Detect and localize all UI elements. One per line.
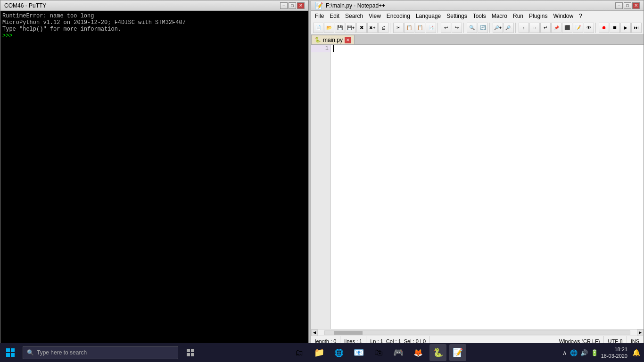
line-numbers: 1: [311, 45, 331, 329]
toolbar-stoprecord-button[interactable]: ⏹: [610, 23, 620, 33]
toolbar-zoomout-button[interactable]: 🔎-: [504, 23, 514, 33]
notification-center-icon[interactable]: 🔔: [632, 349, 640, 356]
tray-network-icon[interactable]: 🌐: [570, 349, 578, 356]
svg-rect-2: [187, 353, 190, 356]
toolbar-separator-2: [438, 23, 439, 33]
terminal-cursor: [16, 33, 17, 39]
svg-rect-3: [191, 353, 194, 356]
svg-rect-0: [187, 349, 190, 352]
taskbar-notepad-icon[interactable]: 📝: [449, 344, 466, 361]
putty-window: COM46 - PuTTY – □ ✕ RuntimeError: name t…: [0, 0, 309, 346]
toolbar-focusmode-button[interactable]: 👁: [584, 23, 594, 33]
taskbar-python-icon[interactable]: 🐍: [429, 344, 446, 361]
putty-line-2: MicroPython v1.12 on 2019-12-20; F4DISC …: [2, 19, 306, 26]
toolbar-undo-button[interactable]: ↩: [441, 23, 451, 33]
toolbar-separator-4: [489, 23, 491, 33]
putty-titlebar: COM46 - PuTTY – □ ✕: [0, 0, 308, 11]
putty-maximize-button[interactable]: □: [289, 2, 296, 9]
taskbar-task-view-button[interactable]: [182, 344, 199, 361]
toolbar-new-button[interactable]: 📄: [313, 23, 323, 33]
putty-close-button[interactable]: ✕: [297, 2, 305, 9]
tray-clock[interactable]: 18:21 18-03-2020: [601, 346, 627, 360]
taskbar-mail-icon[interactable]: 📧: [350, 344, 367, 361]
menu-language[interactable]: Language: [413, 12, 444, 20]
putty-minimize-button[interactable]: –: [280, 2, 288, 9]
taskbar-folder-icon[interactable]: 📁: [311, 344, 328, 361]
menu-file[interactable]: File: [312, 12, 327, 20]
menu-settings[interactable]: Settings: [444, 12, 470, 20]
scroll-left-button[interactable]: ◀: [311, 329, 318, 336]
toolbar-postit-button[interactable]: 📝: [573, 23, 583, 33]
taskbar-explorer-icon[interactable]: 🗂: [291, 344, 308, 361]
menu-plugins[interactable]: Plugins: [526, 12, 550, 20]
taskbar-app-icons: 🗂 📁 🌐 📧 🛍 🎮 🦊 🐍 📝: [199, 344, 559, 361]
npp-close-button[interactable]: ✕: [632, 2, 640, 9]
toolbar-replace-button[interactable]: 🔄: [478, 23, 488, 33]
scroll-track-h[interactable]: [324, 330, 630, 335]
toolbar-zoomin-button[interactable]: 🔎+: [493, 23, 503, 33]
toolbar-startrecord-button[interactable]: ⏺: [599, 23, 609, 33]
taskbar: 🔍 Type here to search 🗂 📁 🌐 📧 🛍 🎮 🦊 🐍 📝 …: [0, 343, 644, 362]
npp-minimize-button[interactable]: –: [615, 2, 623, 9]
toolbar-fullscreen-button[interactable]: ⬛: [562, 23, 572, 33]
tab-file-icon: 🐍: [314, 37, 321, 43]
tray-sound-icon[interactable]: 🔊: [580, 349, 588, 356]
npp-maximize-button[interactable]: □: [624, 2, 631, 9]
toolbar-alwaysontop-button[interactable]: 📌: [551, 23, 561, 33]
menu-help[interactable]: ?: [576, 12, 585, 20]
toolbar-playback-button[interactable]: ▶: [620, 23, 631, 33]
tray-up-arrow-icon[interactable]: ∧: [562, 349, 567, 356]
toolbar-copy-button[interactable]: 📋: [404, 23, 414, 33]
scroll-right-button[interactable]: ▶: [637, 329, 644, 336]
taskbar-search-placeholder: Type here to search: [37, 349, 87, 356]
toolbar-copy-noformat-button[interactable]: 📑: [426, 23, 436, 33]
npp-tabs: 🐍 main.py ✕: [311, 34, 644, 45]
toolbar-open-button[interactable]: 📂: [324, 23, 334, 33]
editor-cursor: [333, 45, 334, 52]
toolbar-paste-button[interactable]: 📋: [415, 23, 425, 33]
taskbar-store-icon[interactable]: 🛍: [370, 344, 387, 361]
toolbar-synchscrollv-button[interactable]: ↕: [519, 23, 529, 33]
menu-edit[interactable]: Edit: [327, 12, 342, 20]
menu-run[interactable]: Run: [510, 12, 526, 20]
toolbar-saveall-button[interactable]: 💾+: [346, 23, 356, 33]
taskbar-firefox-icon[interactable]: 🦊: [410, 344, 427, 361]
system-tray: ∧ 🌐 🔊 🔋 18:21 18-03-2020 🔔: [559, 346, 644, 360]
menu-macro[interactable]: Macro: [489, 12, 510, 20]
putty-title: COM46 - PuTTY: [4, 2, 280, 9]
menu-encoding[interactable]: Encoding: [384, 12, 413, 20]
toolbar-redo-button[interactable]: ↪: [452, 23, 462, 33]
toolbar-wordwrap-button[interactable]: ↵: [540, 23, 551, 33]
menu-search[interactable]: Search: [342, 12, 366, 20]
taskbar-search-bar[interactable]: 🔍 Type here to search: [23, 346, 178, 359]
toolbar-cut-button[interactable]: ✂: [393, 23, 404, 33]
toolbar-separator-3: [463, 23, 465, 33]
notepadpp-window: 📝 F:\main.py - Notepad++ – □ ✕ File Edit…: [311, 0, 644, 346]
toolbar-closeall-button[interactable]: ✖+: [367, 23, 378, 33]
start-button[interactable]: [0, 343, 21, 362]
npp-title: F:\main.py - Notepad++: [326, 2, 615, 9]
windows-logo-icon: [6, 348, 15, 357]
npp-tab-mainpy[interactable]: 🐍 main.py ✕: [311, 35, 355, 44]
toolbar-synchscrollh-button[interactable]: ↔: [529, 23, 540, 33]
npp-editor-area: 1: [311, 45, 644, 329]
putty-terminal[interactable]: RuntimeError: name too long MicroPython …: [0, 11, 308, 346]
toolbar-runmacro-button[interactable]: ⏭: [631, 23, 642, 33]
tray-date: 18-03-2020: [601, 353, 627, 359]
toolbar-separator-6: [595, 23, 597, 33]
svg-rect-1: [191, 349, 194, 352]
toolbar-find-button[interactable]: 🔍: [467, 23, 477, 33]
menu-window[interactable]: Window: [550, 12, 576, 20]
toolbar-save-button[interactable]: 💾: [335, 23, 345, 33]
editor-content[interactable]: [331, 45, 644, 329]
tab-close-button[interactable]: ✕: [345, 37, 351, 43]
menu-tools[interactable]: Tools: [470, 12, 489, 20]
toolbar-close-button[interactable]: ✖: [356, 23, 367, 33]
taskbar-gamebar-icon[interactable]: 🎮: [390, 344, 407, 361]
taskbar-edge-icon[interactable]: 🌐: [330, 344, 347, 361]
scroll-thumb-h[interactable]: [334, 331, 363, 335]
npp-scrollbar-horizontal[interactable]: ◀ ▶: [311, 329, 644, 336]
tray-battery-icon[interactable]: 🔋: [591, 349, 598, 356]
menu-view[interactable]: View: [366, 12, 384, 20]
toolbar-print-button[interactable]: 🖨: [378, 23, 388, 33]
